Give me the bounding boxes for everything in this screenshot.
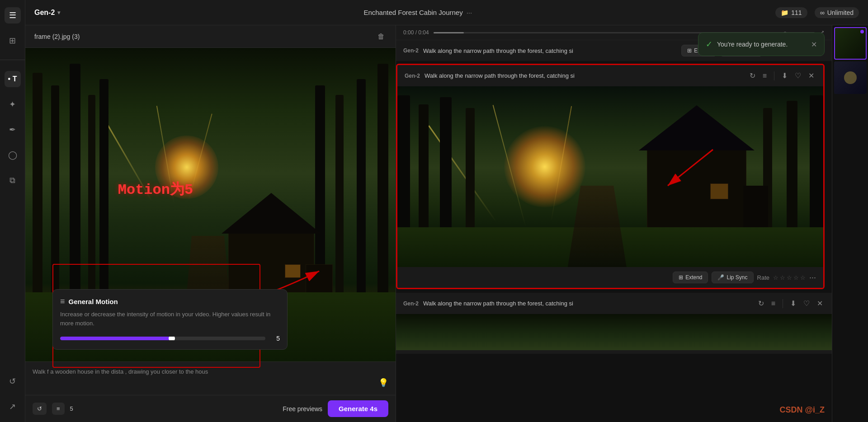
more-button-2[interactable]: ··· (809, 273, 816, 282)
export-icon[interactable]: ↗ (5, 399, 21, 415)
reset-icon: ↺ (37, 405, 42, 412)
file-icon: 📁 (781, 9, 788, 16)
slider-track[interactable] (60, 337, 265, 340)
video-card-header-2: Gen-2 Walk along the narrow path through… (397, 65, 823, 86)
download-button-3[interactable]: ⬇ (788, 297, 798, 309)
motion-annotation-label: Motion为5 (118, 179, 193, 199)
editor-bottom-panel: Walk f a wooden house in the dista , dra… (25, 361, 396, 422)
extend-icon-2: ⊞ (679, 274, 683, 281)
video-card-actions-2: ↻ ≡ ⬇ ♡ ✕ (748, 70, 816, 82)
grid-icon[interactable]: ⊞ (5, 33, 21, 49)
motion-settings-icon: ≡ (57, 405, 60, 412)
editor-panel: frame (2).jpg (3) 🗑 (25, 25, 396, 422)
prompt-text: Walk f a wooden house in the dista , dra… (33, 367, 388, 376)
thumbnail-item-2[interactable] (834, 61, 867, 94)
motion-value-badge: 5 (70, 405, 73, 412)
time-display-1: 0:00 / 0:04 (403, 29, 429, 36)
slider-container[interactable]: 5 (60, 335, 280, 342)
toolbar-right-controls: Free previews Generate 4s (283, 400, 388, 417)
delete-button[interactable]: 🗑 (376, 31, 387, 42)
topbar: Gen-2 ▾ Enchanted Forest Cabin Journey ·… (25, 0, 868, 25)
tooltip-title: General Motion (69, 298, 118, 305)
text-tool-icon[interactable]: • T (5, 71, 21, 87)
file-count-badge: 📁 111 (775, 7, 807, 18)
video-card-3: Gen-2 Walk along the narrow path through… (396, 293, 832, 354)
shape-tool-icon[interactable]: ✦ (5, 96, 21, 113)
toast-message: You're ready to generate. (717, 41, 788, 48)
general-motion-icon: ≡ (60, 297, 65, 306)
video-card-highlighted: Gen-2 Walk along the narrow path through… (396, 64, 825, 289)
brush-tool-icon[interactable]: ✒ (5, 122, 21, 138)
refresh-button-2[interactable]: ↻ (748, 70, 757, 82)
gen-badge-2: Gen-2 (405, 73, 420, 79)
gen-badge-3: Gen-2 (403, 300, 419, 307)
menu-icon[interactable]: ☰ (5, 7, 21, 23)
tooltip-description: Increase or decrease the intensity of mo… (60, 310, 280, 328)
slider-fill (60, 337, 173, 340)
card-red-arrow (632, 145, 722, 213)
reset-button[interactable]: ↺ (33, 403, 47, 415)
motion-settings-button[interactable]: ≡ (52, 403, 65, 415)
star-rating-2[interactable]: ☆☆☆☆☆ (773, 274, 806, 281)
brand-title[interactable]: Gen-2 ▾ (34, 9, 60, 17)
editor-header: frame (2).jpg (3) 🗑 (25, 25, 396, 48)
lip-sync-button-2[interactable]: 🎤 Lip Sync (712, 272, 753, 283)
video-card-footer-2: ⊞ Extend 🎤 Lip Sync Rate ☆☆☆☆☆ · (397, 267, 823, 288)
toolbar-left-controls: ↺ ≡ 5 (33, 403, 73, 415)
progress-fill-1 (434, 32, 464, 33)
circle-tool-icon[interactable]: ◯ (5, 147, 21, 163)
menu-button-2[interactable]: ≡ (761, 70, 769, 82)
toast-check-icon: ✓ (706, 39, 712, 49)
toolbar-bottom: ↺ ≡ 5 Free previews Generate 4s (25, 395, 396, 422)
lip-sync-icon-2: 🎤 (717, 274, 724, 281)
video-thumbnail-3-partial (396, 314, 832, 350)
video-prompt-1: Walk along the narrow path through the f… (423, 47, 573, 54)
thumbnail-active-dot-1 (860, 30, 864, 33)
thumbnail-strip (832, 25, 868, 422)
project-title: Enchanted Forest Cabin Journey (363, 9, 462, 16)
toast-notification: ✓ You're ready to generate. ✕ (698, 33, 825, 56)
filename-label: frame (2).jpg (3) (34, 33, 80, 40)
project-menu-dots[interactable]: ··· (467, 9, 472, 16)
motion-tooltip: ≡ General Motion Increase or decrease th… (52, 289, 288, 350)
close-button-2[interactable]: ✕ (807, 70, 816, 82)
sidebar-left: ☰ ⊞ • T ✦ ✒ ◯ ⧉ ↺ ↗ (0, 0, 25, 422)
video-prompt-3: Walk along the narrow path through the f… (423, 300, 573, 307)
video-card-actions-footer-2: ⊞ Extend 🎤 Lip Sync Rate ☆☆☆☆☆ · (673, 272, 816, 283)
video-prompt-2: Walk along the narrow path through the f… (425, 72, 575, 79)
free-previews-button[interactable]: Free previews (283, 405, 322, 413)
slider-thumb[interactable] (169, 337, 175, 340)
refresh-button-3[interactable]: ↻ (756, 297, 766, 309)
infinity-icon: ∞ (820, 9, 825, 16)
slider-value: 5 (271, 335, 280, 342)
stack-icon[interactable]: ⧉ (5, 172, 21, 188)
feed-panel: ✓ You're ready to generate. ✕ 0:00 / 0:0… (396, 25, 832, 422)
heart-button-3[interactable]: ♡ (802, 297, 811, 309)
thumbnail-item-1[interactable] (834, 27, 867, 60)
download-button-2[interactable]: ⬇ (780, 70, 789, 82)
toast-close-button[interactable]: ✕ (811, 40, 817, 49)
rate-label-2: Rate (757, 274, 769, 281)
heart-button-2[interactable]: ♡ (793, 70, 803, 82)
prompt-area[interactable]: Walk f a wooden house in the dista , dra… (25, 362, 396, 395)
undo-icon[interactable]: ↺ (5, 373, 21, 389)
video-card-header-3: Gen-2 Walk along the narrow path through… (396, 293, 832, 314)
bulb-icon[interactable]: 💡 (378, 378, 388, 387)
video-card-actions-3: ↻ ≡ ⬇ ♡ ✕ (756, 297, 825, 309)
unlimited-badge: ∞ Unlimited (815, 7, 859, 18)
extend-button-2[interactable]: ⊞ Extend (673, 272, 708, 283)
video-thumbnail-2 (397, 86, 823, 267)
menu-button-3[interactable]: ≡ (769, 298, 777, 309)
close-button-3[interactable]: ✕ (815, 297, 825, 309)
gen-badge-1: Gen-2 (403, 47, 419, 54)
watermark: CSDN @i_Z (779, 405, 825, 415)
extend-icon-1: ⊞ (687, 47, 692, 54)
generate-button[interactable]: Generate 4s (328, 400, 388, 417)
